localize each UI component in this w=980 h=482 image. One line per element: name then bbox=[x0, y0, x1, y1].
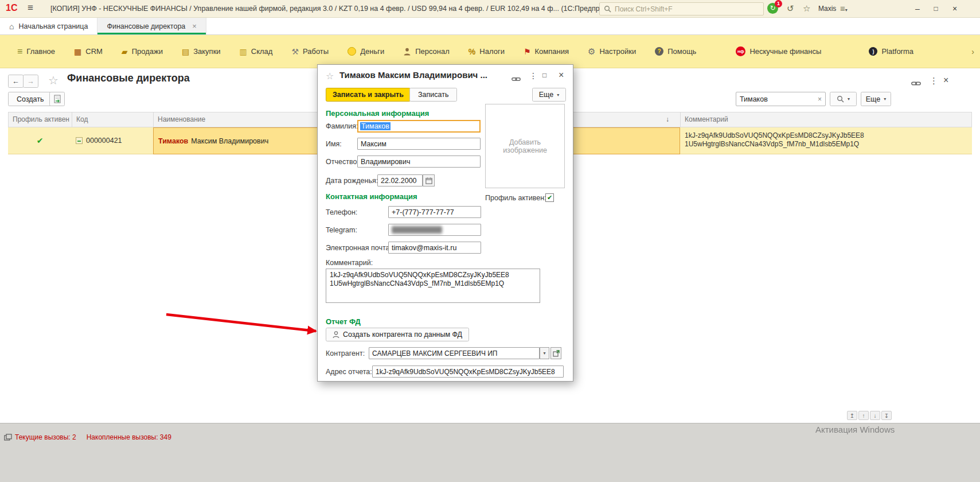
counterparty-field[interactable] bbox=[369, 347, 540, 359]
close-dialog-icon[interactable]: × bbox=[559, 70, 564, 80]
ribbon-label: Настройки bbox=[599, 47, 636, 56]
service-menu-icon[interactable]: ≡▾ bbox=[840, 3, 848, 13]
search-icon bbox=[837, 95, 844, 103]
section-fd-report: Отчет ФД bbox=[326, 317, 361, 326]
calendar-button[interactable] bbox=[423, 174, 435, 186]
global-search[interactable] bbox=[599, 2, 764, 15]
column-comment[interactable]: Комментарий bbox=[681, 112, 973, 127]
list-search-box[interactable]: × bbox=[736, 92, 826, 106]
document-action-button[interactable] bbox=[49, 92, 65, 106]
scroll-buttons: ↥ ↑ ↓ ↧ bbox=[847, 411, 892, 420]
add-image-placeholder[interactable]: Добавить изображение bbox=[485, 104, 565, 188]
ribbon-overflow-chevron[interactable]: › bbox=[971, 47, 974, 56]
performance-icon[interactable] bbox=[4, 434, 12, 441]
dialog-more-button[interactable]: Еще ▾ bbox=[532, 88, 566, 102]
scroll-down-button[interactable]: ↓ bbox=[870, 411, 880, 420]
ribbon-item-jobs[interactable]: ⚒Работы bbox=[291, 47, 329, 56]
kebab-menu-icon[interactable]: ⋮ bbox=[529, 71, 537, 80]
tab-financial-directors[interactable]: Финансовые директора × bbox=[97, 18, 206, 34]
close-window-button[interactable]: × bbox=[946, 0, 963, 17]
tab-close-icon[interactable]: × bbox=[192, 22, 197, 30]
ribbon-item-money[interactable]: Деньги bbox=[348, 47, 384, 56]
favorite-star-icon[interactable]: ☆ bbox=[326, 71, 334, 81]
annotation-arrow bbox=[162, 308, 334, 342]
ribbon-item-purchases[interactable]: ▤Закупки bbox=[182, 47, 221, 56]
phone-field[interactable] bbox=[388, 206, 481, 218]
middle-name-field[interactable] bbox=[357, 156, 481, 168]
minimize-button[interactable]: – bbox=[909, 0, 926, 17]
ribbon-item-crm[interactable]: ▦CRM bbox=[74, 47, 103, 56]
menu-icon: ≡ bbox=[17, 47, 22, 56]
nav-forward-button[interactable]: → bbox=[23, 75, 38, 88]
ribbon-item-platforma[interactable]: )Platforma bbox=[869, 47, 913, 56]
ribbon-item-settings[interactable]: ⚙Настройки bbox=[588, 47, 636, 56]
ribbon-item-main[interactable]: ≡Главное bbox=[17, 47, 55, 56]
ribbon-item-help[interactable]: ?Помощь bbox=[655, 47, 696, 56]
nav-back-button[interactable]: ← bbox=[8, 75, 24, 88]
close-form-icon[interactable]: × bbox=[943, 75, 948, 85]
column-code[interactable]: Код bbox=[72, 112, 154, 127]
user-name[interactable]: Maxis bbox=[818, 5, 836, 13]
link-icon[interactable] bbox=[512, 74, 521, 84]
maximize-button[interactable]: □ bbox=[927, 0, 944, 17]
cell-profile-active[interactable]: ✔ bbox=[8, 127, 72, 154]
ribbon-label: Деньги bbox=[360, 47, 384, 56]
counterparty-open-button[interactable] bbox=[550, 347, 561, 359]
updates-icon[interactable]: ↻ 1 bbox=[767, 3, 778, 14]
clear-search-icon[interactable]: × bbox=[818, 95, 822, 103]
cell-comment[interactable]: 1kJ-z9qAfk9UdbSoVUQ5NQQxKpEsMD8CZsyJKyJb… bbox=[680, 127, 972, 154]
create-counterparty-button[interactable]: Создать контрагента по данным ФД bbox=[326, 328, 469, 341]
telegram-field[interactable] bbox=[388, 224, 481, 236]
ribbon-menu: ≡Главное ▦CRM ▰Продажи ▤Закупки ▥Склад ⚒… bbox=[0, 35, 980, 68]
chevron-down-icon: ▾ bbox=[848, 96, 850, 102]
notification-badge: 1 bbox=[775, 0, 782, 7]
create-button[interactable]: Создать bbox=[8, 92, 53, 106]
ribbon-item-personnel[interactable]: Персонал bbox=[403, 47, 450, 56]
list-search-input[interactable] bbox=[740, 95, 818, 103]
scroll-last-button[interactable]: ↧ bbox=[881, 411, 892, 420]
tab-home-label: Начальная страница bbox=[18, 22, 88, 30]
main-menu-icon[interactable]: ≡ bbox=[28, 2, 33, 14]
link-icon[interactable] bbox=[911, 79, 921, 89]
save-button[interactable]: Записать bbox=[409, 88, 457, 102]
scroll-up-button[interactable]: ↑ bbox=[858, 411, 869, 420]
save-and-close-button[interactable]: Записать и закрыть bbox=[326, 88, 411, 102]
money-icon bbox=[348, 47, 356, 56]
first-name-field[interactable] bbox=[357, 138, 481, 150]
global-search-input[interactable] bbox=[615, 5, 759, 13]
ribbon-item-neskuchnye-finansy[interactable]: нфНескучные финансы bbox=[736, 46, 821, 56]
find-button[interactable]: ▾ bbox=[830, 92, 857, 106]
help-icon: ? bbox=[655, 47, 663, 56]
list-more-button[interactable]: Еще ▾ bbox=[861, 92, 891, 106]
section-contact-info: Контактная информация bbox=[326, 192, 417, 201]
comment-field[interactable]: 1kJ-z9qAfk9UdbSoVUQ5NQQxKpEsMD8CZsyJKyJb… bbox=[326, 269, 540, 303]
ribbon-item-taxes[interactable]: %Налоги bbox=[468, 47, 505, 56]
taxes-icon: % bbox=[468, 48, 475, 56]
email-label: Электронная почта: bbox=[326, 244, 392, 252]
report-address-field[interactable] bbox=[372, 366, 564, 378]
kebab-menu-icon[interactable]: ⋮ bbox=[930, 76, 938, 86]
favorite-star-icon[interactable]: ☆ bbox=[48, 73, 58, 87]
name-rest: Максим Владимирович bbox=[191, 137, 268, 145]
phone-label: Телефон: bbox=[326, 208, 357, 216]
chevron-down-icon: ▾ bbox=[557, 92, 559, 98]
scroll-first-button[interactable]: ↥ bbox=[847, 411, 857, 420]
chain-icon bbox=[911, 80, 921, 87]
email-field[interactable] bbox=[388, 242, 481, 254]
ribbon-item-sales[interactable]: ▰Продажи bbox=[122, 47, 163, 56]
history-icon[interactable]: ↺ bbox=[787, 3, 794, 14]
profile-active-checkbox[interactable]: ✔ bbox=[545, 193, 554, 202]
counterparty-dropdown-button[interactable]: ▾ bbox=[540, 347, 549, 359]
tab-home[interactable]: ⌂ Начальная страница bbox=[0, 18, 97, 34]
last-name-label: Фамилия: bbox=[326, 122, 358, 130]
ribbon-item-company[interactable]: ⚑Компания bbox=[524, 47, 569, 56]
birth-date-field[interactable] bbox=[377, 174, 423, 186]
chevron-down-icon: ▾ bbox=[884, 96, 886, 102]
maximize-dialog-icon[interactable]: □ bbox=[542, 71, 546, 79]
search-icon bbox=[604, 5, 611, 13]
cell-code[interactable]: 000000421 bbox=[72, 127, 153, 154]
last-name-field[interactable]: Тимаков bbox=[357, 120, 481, 133]
column-profile-active[interactable]: Профиль активен bbox=[9, 112, 72, 127]
ribbon-item-warehouse[interactable]: ▥Склад bbox=[240, 47, 273, 56]
favorites-star-icon[interactable]: ☆ bbox=[803, 3, 810, 14]
